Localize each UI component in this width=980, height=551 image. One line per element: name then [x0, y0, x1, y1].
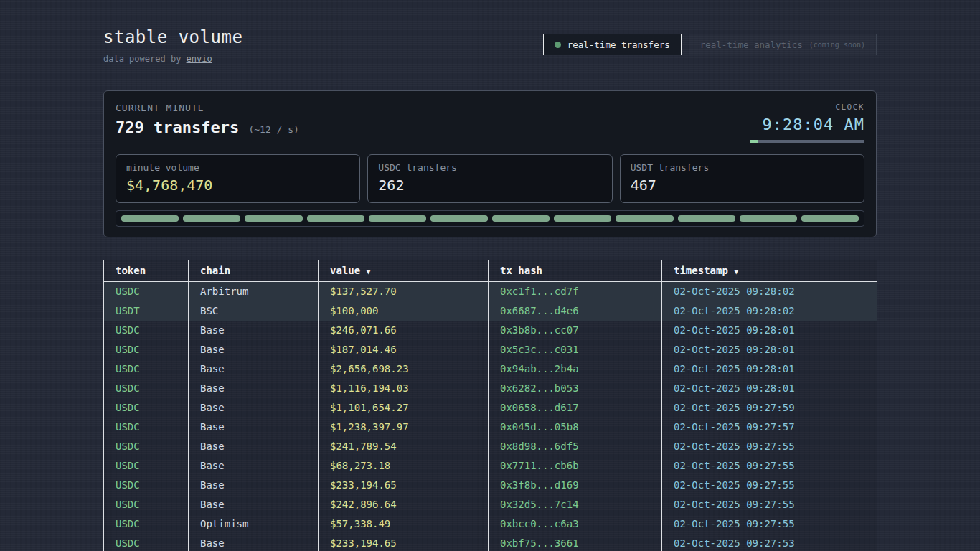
header-value[interactable]: value ▼: [319, 260, 489, 282]
transfers-summary: CURRENT MINUTE 729 transfers (~12 / s): [116, 103, 299, 143]
minute-segment: [245, 215, 302, 222]
tab-label: real-time transfers: [567, 39, 670, 50]
value-cell: $137,527.70: [319, 282, 489, 302]
token-cell: USDC: [104, 321, 189, 340]
minute-segment: [369, 215, 426, 222]
table-row: USDC Base $1,116,194.03 0x6282...b053 02…: [104, 379, 877, 398]
token-cell: USDC: [104, 456, 189, 476]
table-row: USDC Base $1,101,654.27 0x0658...d617 02…: [104, 398, 877, 418]
transfers-rate: (~12 / s): [248, 124, 298, 135]
token-cell: USDC: [104, 534, 189, 551]
minute-segment: [678, 215, 735, 222]
tx-hash-cell[interactable]: 0x94ab...2b4a: [489, 359, 662, 379]
minute-segment: [183, 215, 240, 222]
tab-real-time-analytics: real-time analytics (coming soon): [689, 34, 877, 55]
table-row: USDC Base $233,194.65 0xbf75...3661 02-O…: [104, 534, 877, 551]
clock-time: 9:28:04 AM: [750, 116, 864, 133]
chain-cell: Base: [189, 456, 319, 476]
value-cell: $1,116,194.03: [319, 379, 489, 398]
timestamp-cell: 02-Oct-2025 09:28:01: [662, 379, 877, 398]
table-row: USDC Base $246,071.66 0x3b8b...cc07 02-O…: [104, 321, 877, 340]
stat-value: $4,768,470: [126, 176, 349, 194]
value-cell: $242,896.64: [319, 495, 489, 514]
stat-label: USDC transfers: [378, 162, 601, 173]
value-cell: $241,789.54: [319, 437, 489, 456]
title-block: stable volume data powered by envio: [103, 27, 242, 64]
stat-usdt-transfers: USDT transfers 467: [620, 154, 864, 203]
chain-cell: Base: [189, 476, 319, 495]
value-cell: $246,071.66: [319, 321, 489, 340]
timestamp-cell: 02-Oct-2025 09:27:55: [662, 495, 877, 514]
envio-link[interactable]: envio: [187, 54, 212, 64]
tx-hash-cell[interactable]: 0x8d98...6df5: [489, 437, 662, 456]
table-row: USDC Arbitrum $137,527.70 0xc1f1...cd7f …: [104, 282, 877, 302]
token-cell: USDC: [104, 359, 189, 379]
chain-cell: Base: [189, 418, 319, 437]
tx-hash-cell[interactable]: 0x3b8b...cc07: [489, 321, 662, 340]
value-cell: $100,000: [319, 301, 489, 321]
stat-value: 467: [631, 176, 854, 194]
minute-segment: [430, 215, 488, 222]
header-chain: chain: [189, 260, 319, 282]
tx-hash-cell[interactable]: 0x3f8b...d169: [489, 476, 662, 495]
header-token: token: [104, 260, 189, 282]
chain-cell: Base: [189, 359, 319, 379]
token-cell: USDT: [104, 301, 189, 321]
coming-soon-badge: (coming soon): [809, 41, 865, 49]
tx-hash-cell[interactable]: 0xbcc0...c6a3: [489, 514, 662, 534]
token-cell: USDC: [104, 495, 189, 514]
timestamp-cell: 02-Oct-2025 09:28:02: [662, 282, 877, 302]
tx-hash-cell[interactable]: 0x32d5...7c14: [489, 495, 662, 514]
clock-block: CLOCK 9:28:04 AM: [750, 103, 864, 143]
timestamp-cell: 02-Oct-2025 09:28:01: [662, 359, 877, 379]
tx-hash-cell[interactable]: 0xc1f1...cd7f: [489, 282, 662, 302]
table-row: USDC Base $242,896.64 0x32d5...7c14 02-O…: [104, 495, 877, 514]
sort-desc-icon: ▼: [734, 268, 738, 276]
tx-hash-cell[interactable]: 0x045d...05b8: [489, 418, 662, 437]
tx-hash-cell[interactable]: 0x7711...cb6b: [489, 456, 662, 476]
minute-progress-bar: [116, 210, 864, 227]
timestamp-cell: 02-Oct-2025 09:27:55: [662, 437, 877, 456]
header: stable volume data powered by envio real…: [103, 27, 877, 64]
minute-segment: [801, 215, 859, 222]
table-row: USDC Base $1,238,397.97 0x045d...05b8 02…: [104, 418, 877, 437]
timestamp-cell: 02-Oct-2025 09:28:02: [662, 301, 877, 321]
chain-cell: Base: [189, 534, 319, 551]
stat-minute-volume: minute volume $4,768,470: [116, 154, 360, 203]
minute-segment: [492, 215, 550, 222]
timestamp-cell: 02-Oct-2025 09:27:57: [662, 418, 877, 437]
value-cell: $68,273.18: [319, 456, 489, 476]
live-dot-icon: [555, 42, 561, 48]
tx-hash-cell[interactable]: 0x6687...d4e6: [489, 301, 662, 321]
transfers-count-value: 729 transfers: [116, 118, 239, 136]
transfers-count: 729 transfers (~12 / s): [116, 118, 299, 136]
clock-progress-fill: [750, 140, 758, 143]
minute-segment: [307, 215, 364, 222]
token-cell: USDC: [104, 476, 189, 495]
stat-label: minute volume: [126, 162, 349, 173]
table-row: USDC Base $233,194.65 0x3f8b...d169 02-O…: [104, 476, 877, 495]
value-cell: $233,194.65: [319, 534, 489, 551]
tx-hash-cell[interactable]: 0x5c3c...c031: [489, 340, 662, 359]
tx-hash-cell[interactable]: 0x0658...d617: [489, 398, 662, 418]
chain-cell: Base: [189, 398, 319, 418]
token-cell: USDC: [104, 398, 189, 418]
tab-real-time-transfers[interactable]: real-time transfers: [543, 34, 682, 55]
value-cell: $1,238,397.97: [319, 418, 489, 437]
table-row: USDC Base $187,014.46 0x5c3c...c031 02-O…: [104, 340, 877, 359]
value-cell: $57,338.49: [319, 514, 489, 534]
value-cell: $233,194.65: [319, 476, 489, 495]
chain-cell: Base: [189, 340, 319, 359]
tx-hash-cell[interactable]: 0x6282...b053: [489, 379, 662, 398]
token-cell: USDC: [104, 340, 189, 359]
token-cell: USDC: [104, 418, 189, 437]
panel-top-row: CURRENT MINUTE 729 transfers (~12 / s) C…: [116, 103, 864, 143]
value-cell: $187,014.46: [319, 340, 489, 359]
timestamp-cell: 02-Oct-2025 09:28:01: [662, 340, 877, 359]
stat-usdc-transfers: USDC transfers 262: [367, 154, 612, 203]
minute-segment: [554, 215, 611, 222]
timestamp-cell: 02-Oct-2025 09:27:53: [662, 534, 877, 551]
header-timestamp[interactable]: timestamp ▼: [662, 260, 877, 282]
table-row: USDT BSC $100,000 0x6687...d4e6 02-Oct-2…: [104, 301, 877, 321]
tx-hash-cell[interactable]: 0xbf75...3661: [489, 534, 662, 551]
